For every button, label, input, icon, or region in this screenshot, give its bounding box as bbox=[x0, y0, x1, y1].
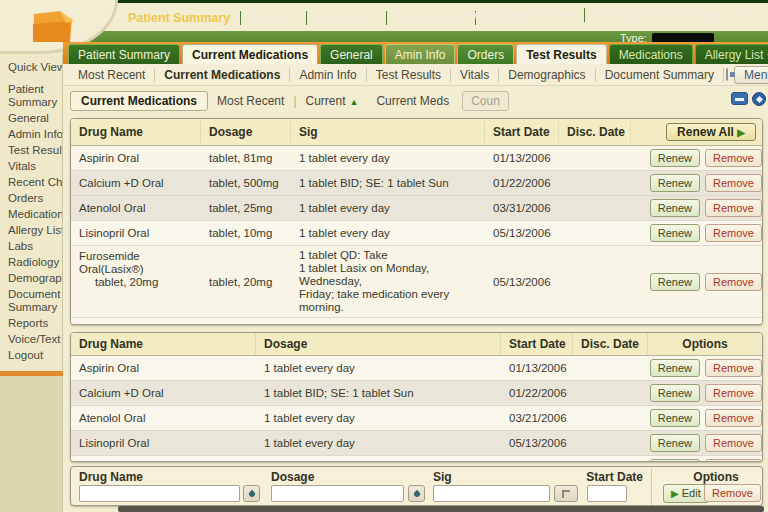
medications-table-summary: Drug Name Dosage Start Date Disc. Date O… bbox=[70, 332, 763, 462]
remove-button[interactable]: Remove bbox=[705, 224, 762, 242]
table1-header-actions: Renew All ▶ bbox=[631, 119, 762, 145]
tab-current-medications[interactable]: Current Medications bbox=[182, 44, 318, 64]
medication-entry-form: Drug Name Dosage Sig Start Date Options … bbox=[70, 466, 763, 506]
renew-button[interactable]: Renew bbox=[650, 149, 700, 167]
sidebar-item-admin-info[interactable]: Admin Info bbox=[8, 128, 62, 141]
minimize-icon[interactable] bbox=[731, 92, 748, 105]
table-row: Atenolol Oral 1 tablet every day 03/21/2… bbox=[71, 406, 762, 431]
subtab-current-medications[interactable]: Current Medications bbox=[70, 91, 208, 111]
sidebar-item-orders[interactable]: Orders bbox=[8, 192, 62, 205]
sidebar-item-test-results[interactable]: Test Results bbox=[8, 144, 62, 157]
cell-drug-name: Calcium +D Oral bbox=[71, 384, 256, 402]
tab-medications[interactable]: Medications bbox=[609, 44, 693, 64]
table-row: Furosemide Oral(Lasix®) tablet, 20mg tab… bbox=[71, 246, 762, 318]
edit-button[interactable]: ▶ Edit bbox=[663, 484, 709, 503]
sidebar-item-radiology[interactable]: Radiology bbox=[8, 256, 62, 269]
dropper-icon bbox=[247, 489, 255, 497]
renew-button[interactable]: Renew bbox=[650, 409, 700, 427]
cell-actions: Renew Remove bbox=[648, 381, 762, 405]
top-menu-admin-info[interactable]: Admin Info bbox=[306, 11, 387, 25]
tab-amin-info[interactable]: Amin Info bbox=[385, 44, 456, 64]
renew-button[interactable]: Renew bbox=[650, 174, 700, 192]
tab-allergy-list[interactable]: Allergy List▾ bbox=[695, 44, 768, 64]
tab-test-results[interactable]: Test Results bbox=[516, 44, 606, 64]
nav-demographics[interactable]: Demographics bbox=[499, 68, 595, 82]
edit-arrow-icon: ▶ bbox=[671, 488, 679, 499]
renew-button[interactable]: Renew bbox=[650, 359, 700, 377]
sidebar-item-allergy-list[interactable]: Allergy List bbox=[8, 224, 62, 237]
cell-sig: 1 tablet every day bbox=[291, 224, 485, 242]
sig-template-icon bbox=[562, 490, 570, 498]
nav-test-results[interactable]: Test Results bbox=[367, 68, 451, 82]
nav-most-recent[interactable]: Most Recent bbox=[69, 68, 155, 82]
cell-actions: Renew Remove bbox=[631, 270, 762, 294]
form-remove-button[interactable]: Remove bbox=[704, 484, 761, 502]
remove-button[interactable]: Remove bbox=[705, 359, 762, 377]
sidebar-item-general[interactable]: General bbox=[8, 112, 62, 125]
drug-lookup-button[interactable] bbox=[243, 485, 260, 502]
remove-button[interactable]: Remove bbox=[705, 199, 762, 217]
edit-label: Edit bbox=[682, 487, 701, 499]
subtab-current-sort[interactable]: Current▲ bbox=[297, 94, 368, 108]
subtab-most-recent[interactable]: Most Recent bbox=[208, 94, 293, 108]
subtab-current-meds[interactable]: Current Meds bbox=[367, 94, 458, 108]
nav-vitals[interactable]: Vitals bbox=[451, 68, 499, 82]
tab-orders[interactable]: Orders bbox=[457, 44, 514, 64]
cell-dosage: 1 tablet every day bbox=[256, 459, 501, 462]
renew-all-button[interactable]: Renew All ▶ bbox=[666, 123, 756, 141]
start-date-input[interactable] bbox=[587, 485, 627, 502]
table-row: Lisinopril Oral 1 tablet every day 05/13… bbox=[71, 431, 762, 456]
sidebar-item-vitals[interactable]: Vitals bbox=[8, 160, 62, 173]
sidebar-item-logout[interactable]: Logout bbox=[8, 349, 62, 362]
sidebar-item-document-summary[interactable]: Document Summary bbox=[8, 288, 62, 314]
renew-button[interactable]: Renew bbox=[650, 459, 700, 462]
view-subtabs: Current Medications Most Recent | Curren… bbox=[70, 90, 509, 112]
gear-icon[interactable] bbox=[752, 92, 766, 106]
renew-button[interactable]: Renew bbox=[650, 199, 700, 217]
nav-admin-info[interactable]: Admin Info bbox=[290, 68, 366, 82]
table2-header-start: Start Date bbox=[501, 333, 573, 355]
sidebar-item-voice-text[interactable]: Voice/Text Notes bbox=[8, 333, 62, 346]
sig-template-button[interactable] bbox=[554, 485, 578, 502]
remove-button[interactable]: Remove bbox=[705, 409, 762, 427]
sidebar-item-medications[interactable]: Medications bbox=[8, 208, 62, 221]
sig-input[interactable] bbox=[433, 485, 550, 502]
dosage-input[interactable] bbox=[271, 485, 404, 502]
sidebar-item-patient-summary[interactable]: Patient Summary bbox=[8, 83, 62, 109]
cell-dosage: tablet, 20mg bbox=[201, 273, 291, 291]
renew-button[interactable]: Renew bbox=[650, 384, 700, 402]
top-menu-general[interactable]: General bbox=[240, 11, 305, 25]
sidebar-item-labs[interactable]: Labs bbox=[8, 240, 62, 253]
dosage-lookup-button[interactable] bbox=[408, 485, 425, 502]
nav-current-medications[interactable]: Current Medications bbox=[155, 68, 290, 82]
renew-button[interactable]: Renew bbox=[650, 273, 700, 291]
top-menu-patient-summary[interactable]: Patient Summary bbox=[118, 11, 240, 25]
sidebar-item-reports[interactable]: Reports bbox=[8, 317, 62, 330]
tab-general[interactable]: General bbox=[320, 44, 383, 64]
cell-disc-date bbox=[559, 230, 631, 236]
subtab-count-disabled[interactable]: Coun bbox=[462, 91, 509, 111]
renew-all-arrow-icon: ▶ bbox=[737, 127, 745, 138]
sidebar-item-recent-chart[interactable]: Recent Chart bbox=[8, 176, 62, 189]
user-info: User: Elaine Williams DOB: [10/15/1950 [… bbox=[452, 8, 764, 22]
bottom-edge-bar bbox=[118, 506, 764, 512]
renew-button[interactable]: Renew bbox=[650, 434, 700, 452]
remove-button[interactable]: Remove bbox=[705, 149, 762, 167]
remove-button[interactable]: Remove bbox=[705, 273, 762, 291]
tab-patient-summary[interactable]: Patient Summary bbox=[68, 44, 180, 64]
remove-button[interactable]: Remove bbox=[705, 434, 762, 452]
menu-button[interactable]: Menu bbox=[734, 66, 768, 84]
remove-button[interactable]: Remove bbox=[705, 384, 762, 402]
sidebar-item-demographics[interactable]: Demographics bbox=[8, 272, 62, 285]
sidebar-item-quick-view[interactable]: Quick View bbox=[8, 61, 62, 74]
renew-button[interactable]: Renew bbox=[650, 224, 700, 242]
cell-sig: 1 tablet every day bbox=[291, 199, 485, 217]
table-row: Lisinopril Oral tablet, 10mg 1 tablet ev… bbox=[71, 221, 762, 246]
drug-name-input[interactable] bbox=[79, 485, 240, 502]
cell-actions: Renew Remove bbox=[631, 171, 762, 195]
remove-button[interactable]: Remove bbox=[705, 459, 762, 462]
window-icon[interactable] bbox=[726, 68, 728, 81]
form-dosage-label: Dosage bbox=[271, 470, 314, 484]
nav-document-summary[interactable]: Document Summary bbox=[596, 68, 724, 82]
remove-button[interactable]: Remove bbox=[705, 174, 762, 192]
